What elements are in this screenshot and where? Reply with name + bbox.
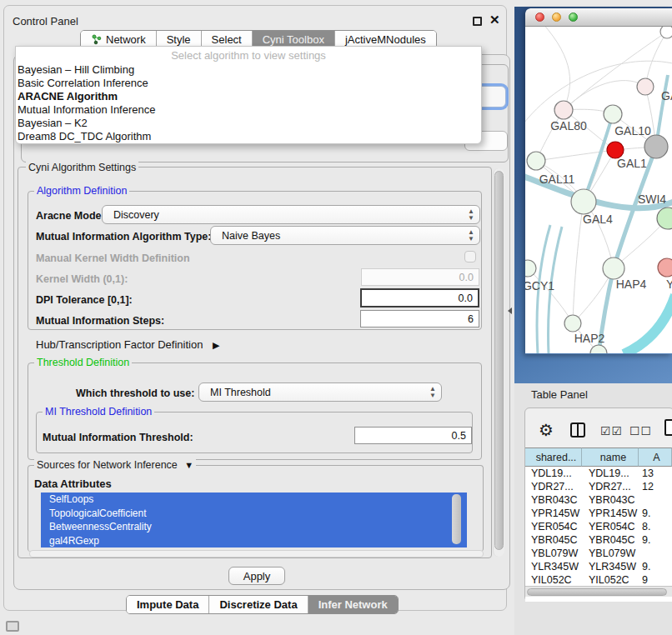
node-hap4[interactable] [603, 258, 624, 279]
column-header[interactable]: A [639, 448, 672, 467]
which-threshold-label: Which threshold to use: [76, 388, 194, 399]
network-window-titlebar[interactable] [525, 8, 672, 27]
mi-steps-label: Mutual Information Steps: [36, 315, 164, 327]
node-label: SWI4 [638, 192, 666, 206]
attributes-scrollbar-thumb[interactable] [452, 494, 461, 544]
kernel-width-label: Kernel Width (0,1): [36, 273, 128, 285]
node-gal10[interactable] [604, 105, 622, 123]
table-panel-title: Table Panel [531, 388, 588, 401]
edges-gray [525, 27, 672, 353]
close-window-icon[interactable] [535, 12, 544, 22]
hub-definition-toggle[interactable]: Hub/Transcription Factor Definition ▶ [36, 338, 219, 351]
apply-button[interactable]: Apply [228, 567, 285, 585]
dropdown-placeholder: Select algorithm to view settings [16, 48, 481, 63]
table-row[interactable]: YLR345WYLR345W9. [525, 560, 672, 573]
unchecked-columns-icon[interactable]: ☐☐ [629, 424, 652, 438]
network-view-window[interactable]: GAL80 GAL GAL10 GAL1 GAL11 GAL4 SWI4 GCY… [525, 8, 672, 354]
table-row[interactable]: YIL052CYIL052C9 [525, 573, 672, 584]
list-item[interactable]: gal4RGexp [41, 534, 467, 548]
node-label: GAL80 [550, 119, 587, 132]
toolbar-fragment-icon [6, 621, 19, 632]
node-label: GAL4 [583, 212, 613, 226]
table-row[interactable]: YER054CYER054C8. [525, 520, 672, 533]
threshold-definition-title: Threshold Definition [34, 357, 132, 368]
table-scrollbar-thumb[interactable] [527, 588, 667, 596]
node-label: HAP2 [574, 332, 605, 345]
mi-type-select[interactable]: Naive Bayes ▲▼ [210, 226, 480, 245]
node-label: GAL1 [617, 157, 647, 170]
node-gal-cut[interactable] [637, 78, 654, 95]
aracne-mode-select[interactable]: Discovery ▲▼ [102, 205, 480, 224]
dropdown-item[interactable]: Bayesian – Hill Climbing [16, 63, 481, 77]
chevron-down-icon[interactable]: ▼ [184, 460, 193, 470]
checked-columns-icon[interactable]: ☑☑ [600, 424, 623, 438]
settings-scrollbar[interactable] [493, 168, 504, 557]
document-icon[interactable] [664, 419, 672, 436]
table-row[interactable]: YPR145WYPR145W9. [525, 507, 672, 520]
list-item[interactable]: BetweennessCentrality [41, 520, 467, 534]
dropdown-item[interactable]: Dream8 DC_TDC Algorithm [16, 130, 481, 143]
node-label: GAL11 [539, 172, 575, 186]
data-attributes-list[interactable]: SelfLoops TopologicalCoefficient Between… [41, 492, 467, 548]
mi-steps-input[interactable]: 6 [360, 310, 479, 328]
node-salmon[interactable] [658, 258, 672, 277]
node-swi4[interactable] [657, 208, 672, 229]
scroll-viewport-edge [29, 550, 484, 558]
node-gal80[interactable] [554, 101, 573, 119]
manual-kernel-checkbox[interactable] [464, 251, 476, 262]
splitpane-collapse-arrow[interactable] [508, 308, 512, 314]
table-header: shared... name A [525, 448, 672, 467]
node-hap2[interactable] [564, 315, 581, 332]
node-gal11[interactable] [527, 152, 545, 170]
node-label: HAP4 [616, 278, 647, 291]
dropdown-item[interactable]: Basic Correlation Inference [16, 77, 481, 90]
which-threshold-select[interactable]: MI Threshold ▲▼ [198, 382, 442, 402]
table-horizontal-scrollbar[interactable] [525, 586, 672, 597]
list-item[interactable]: TopologicalCoefficient [41, 507, 467, 521]
node-table[interactable]: shared... name A YDL19...YDL19...13 YDR2… [525, 448, 672, 602]
mi-threshold-input[interactable]: 0.5 [354, 427, 472, 444]
manual-kernel-label: Manual Kernel Width Definition [36, 252, 190, 264]
node-gal1[interactable] [607, 142, 624, 158]
column-header[interactable]: shared... [525, 448, 582, 467]
table-row[interactable]: YBL079WYBL079W [525, 547, 672, 560]
algorithm-definition-title: Algorithm Definition [34, 185, 129, 197]
zoom-window-icon[interactable] [569, 12, 578, 22]
network-icon [91, 34, 102, 45]
node-label: Y [666, 278, 672, 291]
network-graph: GAL80 GAL GAL10 GAL1 GAL11 GAL4 SWI4 GCY… [525, 27, 672, 353]
sources-title[interactable]: Sources for Network Inference ▼ [34, 459, 196, 471]
node-gal4[interactable] [571, 189, 596, 214]
close-icon[interactable]: ✕ [489, 12, 500, 28]
column-header[interactable]: name [582, 448, 639, 467]
spinner-arrows-icon: ▲▼ [468, 229, 474, 242]
data-attributes-label: Data Attributes [34, 478, 112, 490]
minimize-window-icon[interactable] [552, 12, 561, 22]
table-row[interactable]: YBR043CYBR043C [525, 493, 672, 507]
spinner-arrows-icon: ▲▼ [429, 386, 436, 399]
node-gray[interactable] [644, 135, 668, 158]
chevron-right-icon[interactable]: ▶ [213, 340, 219, 350]
dropdown-item[interactable]: Bayesian – K2 [16, 117, 481, 130]
tab-discretize-data[interactable]: Discretize Data [208, 596, 307, 613]
dropdown-item[interactable]: Mutual Information Inference [16, 103, 481, 117]
node-gcy1[interactable] [525, 260, 536, 277]
bottom-tabbar: Impute Data Discretize Data Infer Networ… [126, 595, 399, 614]
dpi-tolerance-input[interactable]: 0.0 [360, 288, 479, 308]
gear-icon[interactable]: ⚙ [539, 420, 554, 440]
node-unlabeled[interactable] [660, 27, 672, 38]
network-canvas[interactable]: GAL80 GAL GAL10 GAL1 GAL11 GAL4 SWI4 GCY… [525, 27, 672, 353]
float-window-icon[interactable] [473, 17, 482, 26]
dropdown-item[interactable]: ARACNE Algorithm [16, 90, 481, 103]
tab-impute-data[interactable]: Impute Data [127, 596, 208, 613]
table-row[interactable]: YDL19...YDL19...13 [525, 467, 672, 480]
node-label: GAL [661, 89, 672, 102]
node-labels: GAL80 GAL GAL10 GAL1 GAL11 GAL4 SWI4 GCY… [525, 89, 672, 345]
table-row[interactable]: YBR045CYBR045C9. [525, 533, 672, 547]
columns-icon[interactable] [570, 422, 585, 438]
mi-type-label: Mutual Information Algorithm Type: [36, 231, 211, 242]
table-row[interactable]: YDR27...YDR27...12 [525, 480, 672, 493]
tab-infer-network[interactable]: Infer Network [308, 596, 398, 613]
list-item[interactable]: SelfLoops [41, 492, 467, 507]
settings-scrollbar-thumb[interactable] [494, 171, 504, 550]
